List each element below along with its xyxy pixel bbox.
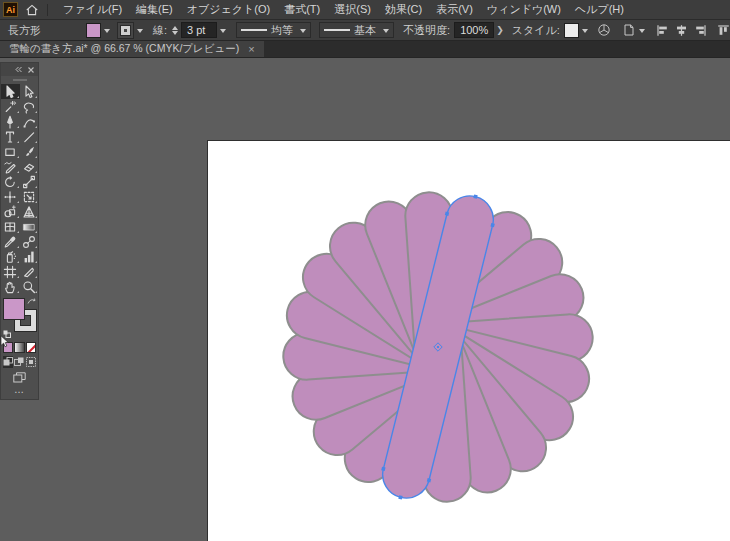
chevron-down-icon: [300, 29, 306, 36]
opacity-field[interactable]: 100%: [454, 22, 494, 38]
draw-normal-icon[interactable]: [3, 356, 13, 368]
shape-builder-tool[interactable]: [1, 204, 20, 219]
column-graph-icon: [22, 250, 36, 264]
menu-separator: [47, 4, 48, 16]
eraser-tool[interactable]: [20, 159, 39, 174]
chevron-down-icon[interactable]: [582, 29, 588, 36]
menu-item[interactable]: 効果(C): [378, 2, 429, 17]
slice-icon: [22, 265, 36, 279]
draw-behind-icon[interactable]: [14, 356, 24, 368]
brush-definition-value: 基本: [354, 23, 376, 38]
gradient-tool[interactable]: [20, 219, 39, 234]
style-swatch[interactable]: [564, 23, 579, 38]
perspective-grid-icon: [22, 205, 36, 219]
stroke-weight-field[interactable]: 3 pt: [181, 22, 217, 38]
stroke-label: 線:: [153, 23, 167, 38]
control-bar: 長方形 線: 3 pt 均等 基本 不透明度: 100% ❯ スタイル:: [0, 19, 730, 41]
menu-item[interactable]: 選択(S): [327, 2, 378, 17]
width-profile-value: 均等: [271, 23, 293, 38]
direct-selection-icon: [22, 85, 36, 99]
chevron-down-icon: [383, 29, 389, 36]
fill-indicator[interactable]: [3, 298, 25, 320]
selection-tool[interactable]: [1, 84, 20, 99]
magic-wand-icon: [3, 100, 17, 114]
stroke-color-swatch[interactable]: [117, 22, 134, 39]
none-button[interactable]: [26, 342, 36, 353]
zoom-icon: [22, 280, 36, 294]
home-icon[interactable]: [25, 3, 39, 17]
selection-icon: [3, 85, 17, 99]
column-graph-tool[interactable]: [20, 249, 39, 264]
chevron-down-icon[interactable]: [104, 29, 110, 36]
width-tool[interactable]: [1, 189, 20, 204]
scale-tool[interactable]: [20, 174, 39, 189]
chevron-down-icon[interactable]: [220, 29, 226, 36]
eyedropper-icon: [3, 235, 17, 249]
free-transform-tool[interactable]: [20, 189, 39, 204]
line-segment-tool[interactable]: [20, 129, 39, 144]
blend-tool[interactable]: [20, 234, 39, 249]
direct-selection-tool[interactable]: [20, 84, 39, 99]
hand-icon: [3, 280, 17, 294]
menu-item[interactable]: ファイル(F): [56, 2, 129, 17]
draw-inside-icon[interactable]: [26, 356, 36, 368]
blend-icon: [22, 235, 36, 249]
rectangle-tool[interactable]: [1, 144, 20, 159]
edit-toolbar-button[interactable]: …: [1, 385, 38, 399]
document-tab[interactable]: 雪輪の書き方.ai* @ 66.67 % (CMYK/プレビュー) ×: [0, 41, 264, 57]
symbol-sprayer-tool[interactable]: [1, 249, 20, 264]
swap-fill-stroke-icon[interactable]: [27, 297, 36, 305]
curvature-tool[interactable]: [20, 114, 39, 129]
chevron-down-icon[interactable]: [639, 29, 645, 36]
eyedropper-tool[interactable]: [1, 234, 20, 249]
slice-tool[interactable]: [20, 264, 39, 279]
chevron-down-icon[interactable]: [137, 29, 143, 36]
rotate-tool[interactable]: [1, 174, 20, 189]
align-horizontal-center-icon[interactable]: [675, 24, 688, 37]
zoom-tool[interactable]: [20, 279, 39, 294]
align-left-icon[interactable]: [656, 24, 669, 37]
stroke-weight-stepper[interactable]: [172, 23, 178, 38]
menu-item[interactable]: 書式(T): [277, 2, 327, 17]
panel-grip[interactable]: [1, 76, 38, 84]
screen-mode-icon: [13, 372, 26, 383]
lasso-tool[interactable]: [20, 99, 39, 114]
gradient-button[interactable]: [14, 342, 24, 353]
menu-item[interactable]: オブジェクト(O): [180, 2, 277, 17]
close-panel-icon[interactable]: [27, 66, 35, 74]
shaper-tool[interactable]: [1, 159, 20, 174]
paintbrush-tool[interactable]: [20, 144, 39, 159]
document-tab-bar: 雪輪の書き方.ai* @ 66.67 % (CMYK/プレビュー) ×: [0, 41, 730, 58]
line-segment-icon: [22, 130, 36, 144]
collapse-panel-icon[interactable]: [14, 65, 23, 74]
menu-item[interactable]: ウィンドウ(W): [480, 2, 568, 17]
screen-mode-button[interactable]: [1, 369, 38, 385]
brush-definition-dropdown[interactable]: 基本: [319, 22, 394, 38]
opacity-options-arrow-icon[interactable]: ❯: [496, 25, 504, 35]
tab-close-icon[interactable]: ×: [248, 44, 254, 55]
type-tool[interactable]: [1, 129, 20, 144]
hand-tool[interactable]: [1, 279, 20, 294]
recolor-artwork-icon[interactable]: [597, 23, 611, 37]
fill-color-swatch[interactable]: [86, 23, 101, 38]
pen-tool[interactable]: [1, 114, 20, 129]
gradient-icon: [22, 220, 36, 234]
illustrator-logo-icon[interactable]: Ai: [3, 2, 18, 17]
width-profile-dropdown[interactable]: 均等: [236, 22, 311, 38]
magic-wand-tool[interactable]: [1, 99, 20, 114]
mesh-tool[interactable]: [1, 219, 20, 234]
document-options-icon[interactable]: [622, 23, 636, 37]
artboard-tool[interactable]: [1, 264, 20, 279]
align-top-icon[interactable]: [717, 24, 730, 37]
menu-item[interactable]: ヘルプ(H): [568, 2, 631, 17]
pen-icon: [3, 115, 17, 129]
align-right-icon[interactable]: [694, 24, 707, 37]
stroke-profile-icon: [241, 29, 267, 31]
tools-panel-header: [1, 63, 38, 76]
menu-item[interactable]: 編集(E): [129, 2, 180, 17]
opacity-label: 不透明度:: [403, 23, 450, 38]
menu-item[interactable]: 表示(V): [429, 2, 480, 17]
scale-icon: [22, 175, 36, 189]
artboard[interactable]: [207, 140, 730, 541]
perspective-grid-tool[interactable]: [20, 204, 39, 219]
